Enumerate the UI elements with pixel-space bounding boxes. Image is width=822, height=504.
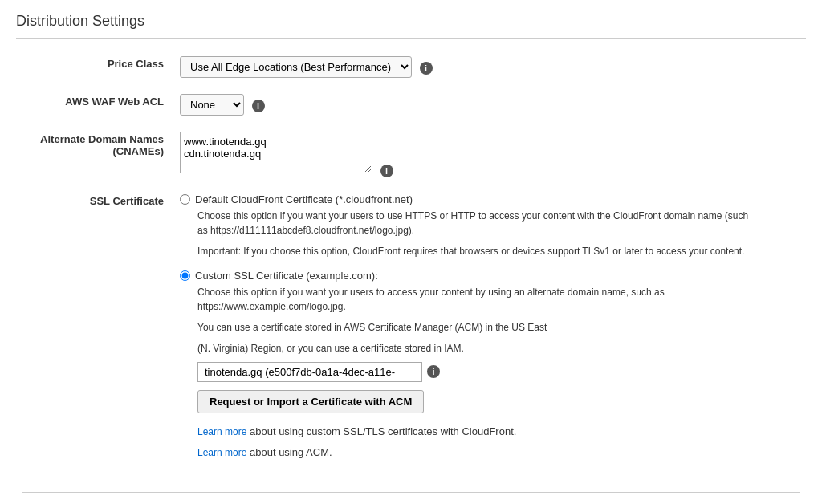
acm-button[interactable]: Request or Import a Certificate with ACM — [197, 390, 424, 413]
ssl-custom-radio[interactable] — [180, 270, 190, 281]
ssl-cert-label: SSL Certificate — [16, 185, 177, 478]
ssl-custom-desc1: Choose this option if you want your user… — [197, 285, 759, 314]
ssl-default-radio[interactable] — [180, 194, 190, 205]
cert-info-icon[interactable]: i — [427, 365, 440, 378]
ssl-custom-label: Custom SSL Certificate (example.com): — [195, 270, 378, 282]
price-class-select[interactable]: Use All Edge Locations (Best Performance… — [180, 56, 412, 78]
ssl-default-desc2: Important: If you choose this option, Cl… — [197, 244, 759, 258]
ssl-learn-links: Learn more about using custom SSL/TLS ce… — [197, 421, 800, 463]
ssl-default-desc1: Choose this option if you want your user… — [197, 209, 759, 238]
waf-acl-select[interactable]: None — [180, 94, 244, 116]
ssl-learn-more-2-link[interactable]: Learn more — [197, 447, 246, 458]
waf-acl-label: AWS WAF Web ACL — [16, 86, 177, 124]
price-class-label: Price Class — [16, 48, 177, 86]
page-title: Distribution Settings — [16, 13, 806, 39]
ssl-default-label: Default CloudFront Certificate (*.cloudf… — [195, 193, 413, 205]
ssl-learn-more-1-rest: about using custom SSL/TLS certificates … — [246, 425, 516, 437]
ssl-custom-desc2: You can use a certificate stored in AWS … — [197, 320, 759, 335]
ssl-custom-desc3: (N. Virginia) Region, or you can use a c… — [197, 341, 759, 356]
cnames-textarea[interactable]: www.tinotenda.gq cdn.tinotenda.gq — [180, 132, 372, 173]
cnames-info-icon[interactable]: i — [380, 165, 393, 177]
ssl-learn-more-2-rest: about using ACM. — [246, 446, 332, 458]
ssl-custom-option: Custom SSL Certificate (example.com): Ch… — [180, 270, 800, 463]
ssl-default-option: Default CloudFront Certificate (*.cloudf… — [180, 193, 800, 258]
waf-acl-info-icon[interactable]: i — [252, 100, 265, 112]
cnames-label: Alternate Domain Names (CNAMEs) — [16, 124, 177, 185]
price-class-info-icon[interactable]: i — [420, 62, 433, 75]
ssl-learn-more-1-link[interactable]: Learn more — [197, 426, 246, 437]
cert-value-input[interactable] — [197, 362, 422, 382]
